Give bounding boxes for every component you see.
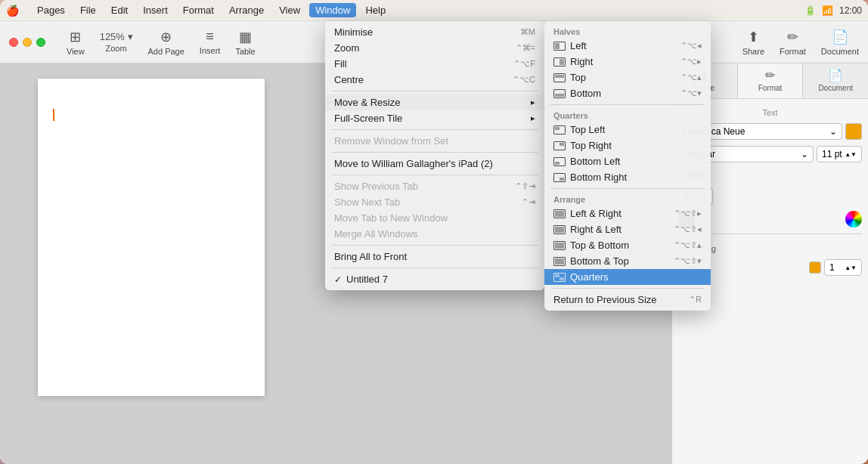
- submenu-right[interactable]: Right ⌃⌥▸: [544, 54, 711, 70]
- submenu-bottom-right[interactable]: Bottom Right: [544, 169, 711, 185]
- submenu-right-label: Right: [570, 56, 593, 67]
- font-size-input[interactable]: 11 pt ▲▼: [817, 146, 862, 162]
- toolbar-zoom[interactable]: 125% ▾ Zoom: [100, 31, 133, 53]
- submenu-right-left-label: Right & Left: [570, 224, 622, 235]
- menu-arrange[interactable]: Arrange: [223, 3, 270, 17]
- merge-windows-label: Merge All Windows: [334, 228, 418, 240]
- move-tab-label: Move Tab to New Window: [334, 212, 448, 224]
- toolbar-table[interactable]: ▦ Table: [235, 29, 255, 56]
- left-tile-icon: [553, 42, 566, 51]
- close-button[interactable]: [9, 38, 18, 47]
- right-tile-icon: [553, 57, 566, 67]
- apple-logo-icon[interactable]: 🍎: [6, 5, 19, 17]
- bottom-shortcut: ⌃⌥▾: [680, 88, 702, 98]
- rl-tile-icon: [553, 225, 566, 234]
- menu-bring-to-front[interactable]: Bring All to Front: [325, 249, 544, 264]
- submenu-quarters-arrange[interactable]: Quarters: [544, 269, 711, 285]
- traffic-lights: [9, 38, 45, 47]
- submenu-right-left[interactable]: Right & Left ⌃⌥⇧◂: [544, 221, 711, 237]
- toolbar-view[interactable]: ⊞ View: [67, 29, 85, 56]
- lines-value: 1: [829, 262, 835, 273]
- toolbar-share[interactable]: ⬆ Share: [742, 29, 764, 56]
- submenu-quarters-label: Quarters: [570, 271, 609, 283]
- bottom-tile-icon: [553, 89, 566, 98]
- document-icon: 📄: [832, 29, 848, 45]
- centre-shortcut: ⌃⌥C: [513, 75, 535, 85]
- menu-file[interactable]: File: [74, 3, 102, 17]
- menu-move-to-ipad[interactable]: Move to William Gallagher's iPad (2): [325, 156, 544, 172]
- fullscreen-button[interactable]: [36, 38, 45, 47]
- submenu-bottom[interactable]: Bottom ⌃⌥▾: [544, 85, 711, 101]
- table-label: Table: [235, 47, 255, 56]
- submenu-top-right[interactable]: Top Right: [544, 138, 711, 153]
- topleft-tile-icon: [553, 125, 566, 135]
- bt-tile-icon: [553, 257, 566, 266]
- share-label: Share: [742, 47, 764, 56]
- minimize-button[interactable]: [23, 38, 32, 47]
- menu-pages[interactable]: Pages: [31, 3, 71, 17]
- size-stepper-icon: ▲▼: [845, 151, 857, 158]
- submenu-top-bottom[interactable]: Top & Bottom ⌃⌥⇧▴: [544, 237, 711, 253]
- botright-tile-icon: [553, 173, 566, 182]
- return-shortcut: ⌃R: [689, 295, 702, 305]
- submenu-separator-1: [550, 104, 705, 105]
- tab-format[interactable]: ✏ Format: [738, 63, 804, 98]
- submenu-separator-3: [550, 288, 705, 289]
- menu-move-resize[interactable]: Move & Resize ▸: [325, 94, 544, 110]
- lines-indicator: [809, 261, 821, 274]
- menu-minimise[interactable]: Minimise ⌘M: [325, 24, 544, 40]
- menu-untitled-7[interactable]: ✓ Untitled 7: [325, 271, 544, 287]
- submenu-left[interactable]: Left ⌃⌥◂: [544, 38, 711, 54]
- color-wheel-icon[interactable]: [845, 211, 862, 227]
- submenu-bottom-right-label: Bottom Right: [570, 172, 627, 183]
- view-icon: ⊞: [70, 29, 81, 45]
- submenu-bottom-left-label: Bottom Left: [570, 156, 620, 167]
- menu-fullscreen-tile[interactable]: Full-Screen Tile ▸: [325, 110, 544, 126]
- style-chevron-icon: ⌄: [801, 149, 808, 159]
- tab-document[interactable]: 📄 Document: [803, 63, 868, 98]
- submenu-bottom-top[interactable]: Bottom & Top ⌃⌥⇧▾: [544, 253, 711, 269]
- lines-stepper-icon: ▲▼: [845, 264, 857, 271]
- fill-label: Fill: [334, 58, 347, 70]
- menu-format[interactable]: Format: [177, 3, 220, 17]
- toolbar-document[interactable]: 📄 Document: [821, 29, 859, 56]
- menu-remove-window: Remove Window from Set: [325, 133, 544, 149]
- font-color-swatch[interactable]: [845, 123, 862, 140]
- menu-right-area: 🔋 📶 12:00: [804, 5, 862, 16]
- submenu-top-left-label: Top Left: [570, 124, 605, 135]
- toolbar-insert[interactable]: ≡ Insert: [200, 29, 221, 55]
- insert-label: Insert: [200, 46, 221, 55]
- submenu-left-right[interactable]: Left & Right ⌃⌥⇧▸: [544, 206, 711, 221]
- battery-icon: 🔋: [804, 5, 816, 16]
- menu-window[interactable]: Window: [309, 3, 356, 17]
- submenu-top-left[interactable]: Top Left: [544, 122, 711, 138]
- menu-insert[interactable]: Insert: [137, 3, 174, 17]
- submenu-bottom-top-label: Bottom & Top: [570, 255, 629, 267]
- add-page-icon: ⊕: [160, 29, 172, 45]
- halves-section-label: Halves: [544, 24, 711, 38]
- dropdown-chevron-icon: ⌄: [829, 126, 837, 137]
- menu-centre[interactable]: Centre ⌃⌥C: [325, 72, 544, 88]
- show-prev-tab-label: Show Previous Tab: [334, 181, 418, 192]
- zoom-menu-label: Zoom: [334, 42, 359, 54]
- zoom-label: Zoom: [106, 44, 127, 53]
- submenu-separator-2: [550, 188, 705, 189]
- menu-fill[interactable]: Fill ⌃⌥F: [325, 56, 544, 72]
- toolbar-add-page[interactable]: ⊕ Add Page: [148, 29, 184, 56]
- separator-6: [331, 268, 538, 268]
- document-page: [38, 79, 265, 396]
- menu-view[interactable]: View: [273, 3, 306, 17]
- menu-help[interactable]: Help: [359, 3, 392, 17]
- submenu-left-right-label: Left & Right: [570, 208, 622, 219]
- app-window: 🍎 Pages File Edit Insert Format Arrange …: [0, 0, 868, 464]
- menu-show-next-tab: Show Next Tab ⌃⇥: [325, 194, 544, 210]
- submenu-return[interactable]: Return to Previous Size ⌃R: [544, 292, 711, 308]
- menu-zoom[interactable]: Zoom ⌃⌘=: [325, 40, 544, 56]
- submenu-bottom-left[interactable]: Bottom Left: [544, 153, 711, 169]
- toolbar-format[interactable]: ✏ Format: [780, 29, 806, 56]
- menu-edit[interactable]: Edit: [105, 3, 134, 17]
- submenu-top[interactable]: Top ⌃⌥▴: [544, 70, 711, 85]
- top-shortcut: ⌃⌥▴: [680, 73, 702, 82]
- lines-value-input[interactable]: 1 ▲▼: [824, 259, 862, 276]
- separator-1: [331, 91, 538, 91]
